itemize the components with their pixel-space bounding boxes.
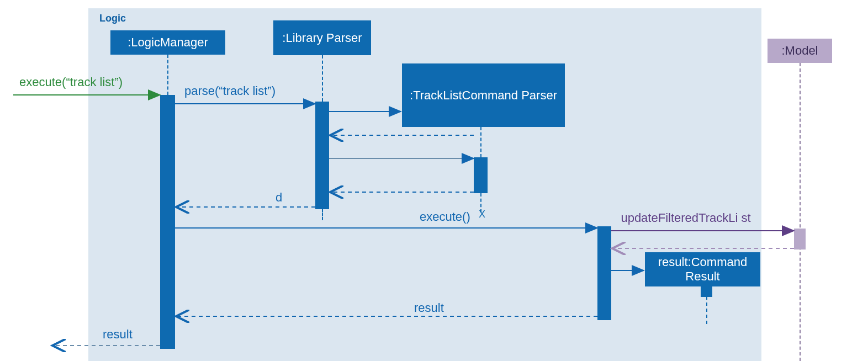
msg-update: updateFilteredTrackLi st xyxy=(614,211,758,225)
participant-tracklist-parser: :TrackListCommand Parser xyxy=(402,63,565,127)
activation-tracklist-parser xyxy=(474,157,488,193)
msg-d: d xyxy=(276,190,282,205)
participant-library-parser: :Library Parser xyxy=(273,20,371,55)
activation-result xyxy=(701,286,712,297)
msg-execute-call: execute() xyxy=(420,210,470,224)
activation-logic-manager xyxy=(160,95,175,349)
destroy-x-icon: X xyxy=(479,209,485,220)
lifeline-library-parser-bottom xyxy=(322,209,323,220)
lifeline-logic-manager xyxy=(167,55,168,95)
lifeline-model xyxy=(800,63,801,361)
logic-frame-label: Logic xyxy=(99,13,126,24)
msg-result2: result xyxy=(103,327,133,342)
msg-result1: result xyxy=(414,301,444,315)
activation-model xyxy=(794,229,806,249)
msg-execute-in: execute(“track list”) xyxy=(19,75,123,89)
lifeline-tracklist-top xyxy=(480,127,481,157)
msg-parse: parse(“track list”) xyxy=(184,84,276,98)
participant-logic-manager: :LogicManager xyxy=(110,30,225,55)
participant-model: :Model xyxy=(768,39,832,63)
lifeline-library-parser-top xyxy=(322,55,323,102)
activation-execute-target xyxy=(597,226,611,320)
participant-command-result: result:Command Result xyxy=(645,252,760,286)
activation-library-parser xyxy=(315,102,329,209)
lifeline-result xyxy=(706,296,707,324)
